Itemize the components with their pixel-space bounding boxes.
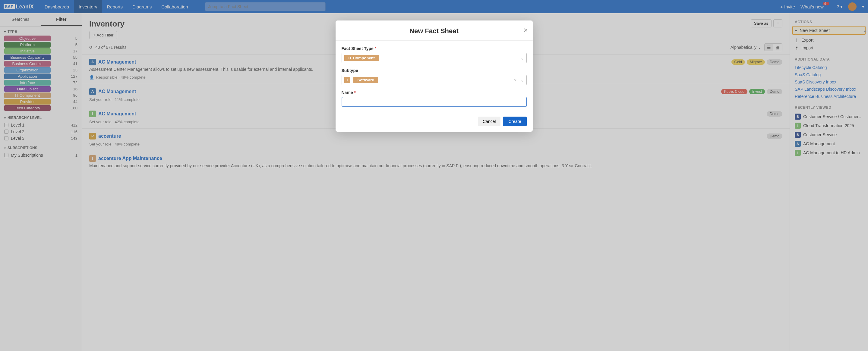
subtype-pill: Software [353,77,378,83]
create-button[interactable]: Create [503,117,526,126]
subtype-label: Subtype [342,68,527,73]
clear-icon[interactable]: × [514,78,517,83]
new-factsheet-modal: New Fact Sheet × Fact Sheet Type * IT Co… [336,21,533,132]
fs-type-pill: IT Component [344,55,379,61]
name-input[interactable] [342,97,527,107]
expand-icon[interactable]: » [864,28,866,34]
name-label: Name * [342,90,527,95]
modal-overlay: New Fact Sheet × Fact Sheet Type * IT Co… [0,0,868,351]
close-icon[interactable]: × [523,26,528,34]
modal-title: New Fact Sheet [409,27,459,35]
cancel-button[interactable]: Cancel [478,117,501,126]
chevron-down-icon: ⌄ [520,56,524,61]
subtype-select[interactable]: I Software × ⌄ [342,75,527,85]
fs-type-select[interactable]: IT Component ⌄ [342,53,527,63]
fs-type-label: Fact Sheet Type * [342,46,527,51]
chevron-down-icon: ⌄ [520,78,524,83]
subtype-icon-pill: I [344,77,350,83]
